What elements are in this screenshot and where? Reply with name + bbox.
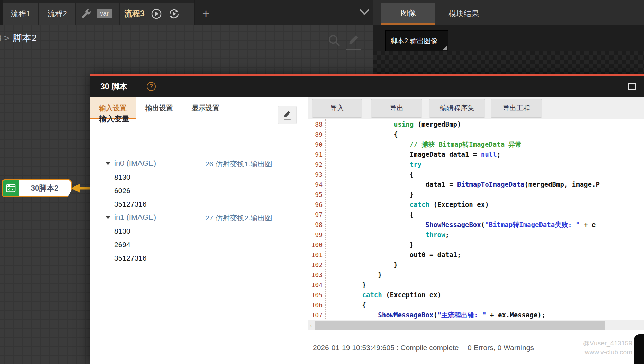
collapse-chevron-icon[interactable] [106, 162, 110, 165]
code-line: { [330, 129, 644, 139]
line-number: 104 [308, 280, 325, 290]
help-icon[interactable]: ? [147, 82, 156, 91]
code-line: using (mergedBmp) [330, 119, 644, 129]
line-number: 94 [308, 180, 325, 190]
compile-status-bar: 2026-01-19 10:53:49:605 : Compile comple… [308, 330, 644, 364]
code-line: catch (Exception ex) [330, 200, 644, 210]
scroll-left-arrow-icon[interactable]: ‹ [308, 320, 315, 330]
code-token: "主流程出错: " [437, 311, 486, 319]
toolbar-button-2[interactable]: 导出 [371, 99, 422, 118]
code-line: { [330, 210, 644, 220]
code-token: // 捕获 Bitmap转ImageData 异常 [410, 140, 522, 148]
code-line: } [330, 280, 644, 290]
variable-source[interactable]: 26 仿射变换1.输出图 [205, 159, 272, 169]
variable-source[interactable]: 27 仿射变换2.输出图 [205, 213, 272, 223]
line-number: 90 [308, 139, 325, 149]
variable-value: 35127316 [90, 197, 307, 211]
code-token: } [394, 261, 398, 269]
watermark: @Vuser_413159 www.v-club.com [583, 339, 632, 357]
code-editor: 8889909192939495969798991001011021031041… [308, 119, 644, 320]
maximize-icon[interactable] [628, 83, 636, 90]
topbar-left-edge [0, 0, 3, 25]
code-line: { [330, 170, 644, 180]
compile-status-text: 2026-01-19 10:53:49:605 : Compile comple… [313, 344, 534, 352]
tab-module-results[interactable]: 模块结果 [435, 3, 492, 25]
line-number: 101 [308, 250, 325, 260]
code-token: } [362, 281, 366, 289]
code-line: try [330, 160, 644, 170]
code-token: "Bitmap转ImageData失败: " [485, 221, 580, 228]
variable-value: 6026 [90, 184, 307, 197]
variable-value: 35127316 [90, 251, 307, 265]
toolbar-button-4[interactable]: 导出工程 [491, 99, 542, 118]
wrench-icon[interactable] [80, 8, 92, 20]
code-token: } [378, 271, 382, 279]
breadcrumb: 3 > 脚本2 [0, 32, 37, 44]
code-token: ShowMessageBox [378, 311, 433, 319]
topbar-divider [194, 0, 195, 25]
line-number: 93 [308, 170, 325, 180]
code-line: } [330, 260, 644, 270]
code-token: { [362, 301, 366, 309]
line-number: 91 [308, 149, 325, 160]
toolbar-button-3[interactable]: 编辑程序集 [429, 99, 485, 118]
variable-name: in1 (IMAGE) [114, 213, 156, 222]
line-number: 102 [308, 260, 325, 270]
variable-value: 8130 [90, 224, 307, 238]
scrollbar-thumb[interactable] [315, 321, 605, 330]
line-number: 100 [308, 240, 325, 250]
code-token: (mergedBmp) [414, 120, 461, 128]
code-token: out0 = data1; [410, 251, 461, 258]
code-token: (Exception ex) [382, 291, 442, 299]
code-line: } [330, 190, 644, 200]
script-editor-pane: 导入导出编辑程序集导出工程 88899091929394959697989910… [308, 97, 644, 364]
line-number: 103 [308, 270, 325, 280]
toolbar-button-1[interactable]: 导入 [312, 99, 362, 118]
flow-tab-3[interactable]: 流程3 [120, 3, 194, 25]
collapse-chevron-icon[interactable] [106, 216, 110, 219]
line-number: 92 [308, 160, 325, 170]
node-label: 30脚本2 [19, 180, 71, 196]
code-token: ShowMessageBox [426, 221, 481, 228]
code-token: using [394, 120, 414, 128]
result-tab-divider [493, 3, 493, 25]
dialog-header[interactable]: 30 脚本 ? [90, 76, 644, 97]
code-text-area[interactable]: using (mergedBmp) { // 捕获 Bitmap转ImageDa… [326, 119, 644, 320]
search-icon[interactable] [327, 33, 341, 48]
chevron-down-icon[interactable] [359, 8, 370, 17]
code-token: catch [410, 201, 429, 208]
variable-row: in0 (IMAGE)26 仿射变换1.输出图 [90, 157, 307, 170]
variable-row: in1 (IMAGE)27 仿射变换2.输出图 [90, 211, 307, 224]
code-line: throw; [330, 230, 644, 240]
run-once-icon[interactable] [151, 8, 162, 19]
code-line: ShowMessageBox("Bitmap转ImageData失败: " + … [330, 220, 644, 230]
code-token: ( [481, 221, 485, 228]
add-flow-button[interactable]: + [198, 3, 214, 25]
flow-tab-2[interactable]: 流程2 [39, 3, 75, 25]
horizontal-scrollbar[interactable]: ‹ [308, 320, 644, 330]
input-settings-pane: 输入设置输出设置显示设置 输入变量 in0 (IMAGE)26 仿射变换1.输出… [90, 97, 307, 364]
code-line: } [330, 240, 644, 250]
breadcrumb-parent[interactable]: 3 > [0, 33, 9, 44]
variable-value: 2694 [90, 238, 307, 251]
input-variables-title: 输入变量 [99, 114, 129, 124]
code-token: ( [433, 311, 437, 319]
code-token: { [410, 171, 414, 178]
image-source-dropdown[interactable]: 脚本2.输出图像 [385, 30, 448, 51]
run-loop-icon[interactable] [168, 8, 180, 20]
breadcrumb-current[interactable]: 脚本2 [13, 32, 37, 44]
flow-tab-1[interactable]: 流程1 [3, 3, 38, 25]
edit-pen-icon[interactable] [347, 33, 361, 47]
active-tab-underline [381, 23, 435, 25]
corner-overlay-widget [634, 334, 644, 364]
flow-node-script2[interactable]: 30脚本2 [2, 179, 72, 197]
edit-variables-button[interactable] [278, 106, 297, 124]
variables-icon[interactable]: var [97, 9, 112, 18]
code-token: ; [497, 151, 500, 158]
settings-tab-2[interactable]: 输出设置 [136, 97, 182, 119]
dialog-title: 30 脚本 [100, 81, 127, 92]
code-token: ImageData data1 = [410, 151, 481, 158]
line-number: 107 [308, 310, 325, 320]
tab-image[interactable]: 图像 [381, 3, 435, 23]
settings-tab-3[interactable]: 显示设置 [182, 97, 229, 119]
